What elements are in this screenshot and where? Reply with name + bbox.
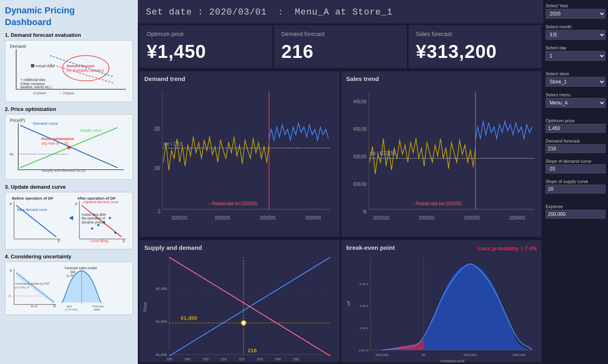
svg-text:¥200,000: ¥200,000 [464, 353, 477, 357]
svg-text:¥300,000: ¥300,000 [353, 126, 366, 132]
section-3-title: 3. Update demand curve [5, 184, 133, 190]
demand-forecast-input-group: Demand forecast [546, 138, 606, 155]
charts-row: Demand trend 0 100 200 2020/01/01 2020/0… [138, 70, 543, 238]
kpi-sales-forecast-value: ¥313,200 [416, 40, 534, 62]
select-year-dropdown[interactable]: 2020 [546, 9, 606, 19]
bottom-row: Supply and demand ¥1,000 ¥1,500 ¥2,000 1… [138, 238, 543, 364]
svg-text:0: 0 [158, 208, 160, 215]
price-optimization-diagram: Price(P) Demand curve Supply curve Price… [8, 117, 130, 176]
kpi-sales-forecast-label: Sales forecast [416, 31, 534, 37]
svg-text:230: 230 [257, 357, 263, 361]
select-menu-group: Select menu Menu_A [546, 92, 606, 109]
svg-text:¥1,450: ¥1,450 [181, 315, 197, 321]
demand-trend-card: Demand trend 0 100 200 2020/01/01 2020/0… [139, 71, 340, 237]
svg-text:→ Future: → Future [58, 91, 74, 95]
demand-trend-title: Demand trend [144, 75, 335, 82]
svg-text:D: D [58, 239, 60, 243]
svg-point-122 [241, 321, 246, 325]
svg-text:Base demand curve: Base demand curve [17, 208, 47, 212]
svg-text:¥0: ¥0 [422, 353, 426, 357]
slope-demand-label: Slope of demand curve [546, 159, 606, 164]
dashboard-title: Dynamic Pricing Dashboard [5, 5, 133, 28]
supply-demand-title: Supply and demand [144, 244, 335, 251]
select-month-dropdown[interactable]: 3月 [546, 30, 606, 40]
sales-trend-title: Sales trend [346, 75, 537, 82]
svg-point-43 [91, 228, 93, 230]
section-3-diagram: Before operation of DP P D Base demand c… [5, 192, 133, 249]
optimum-price-input[interactable] [546, 124, 606, 133]
svg-text:4.0e-3: 4.0e-3 [360, 304, 368, 308]
svg-text:240: 240 [275, 357, 281, 361]
svg-text:2020/01/01: 2020/01/01 [171, 215, 187, 221]
svg-text:Price optimization: Price optimization [41, 137, 74, 141]
svg-text:200: 200 [154, 126, 160, 132]
kpi-demand-forecast: Demand forecast 216 [274, 25, 407, 68]
select-month-label: Select month [546, 24, 606, 29]
kpi-optimum-price-label: Optimum price [147, 31, 265, 37]
svg-text:Demand forecast: Demand forecast [67, 64, 94, 68]
optimum-price-input-label: Optimum price [546, 118, 606, 123]
svg-text:Current: Current [33, 91, 46, 95]
slope-demand-group: Slope of demand curve [546, 159, 606, 175]
svg-text:pdf: pdf [347, 300, 351, 306]
svg-text:190: 190 [184, 357, 191, 361]
svg-text:¥0: ¥0 [363, 208, 366, 214]
section-1-title: 1. Demand forecast evaluation [5, 32, 133, 38]
select-year-group: Select Year 2020 [546, 3, 606, 20]
breakeven-chart: 0.0e+0 2.0e-3 4.0e-3 6.0e-3 -¥200,000 ¥0… [346, 253, 537, 362]
svg-text:Price: Price [143, 302, 148, 311]
select-store-dropdown[interactable]: Store_1 [546, 77, 606, 87]
select-menu-dropdown[interactable]: Menu_A [546, 98, 606, 108]
svg-text:Supply and demand (S,D): Supply and demand (S,D) [41, 168, 85, 172]
svg-text:¥400,000: ¥400,000 [512, 353, 525, 357]
svg-text:Forecast sales model: Forecast sales model [65, 266, 97, 270]
svg-text:250: 250 [293, 357, 299, 361]
demand-forecast-input-label: Demand forecast [546, 138, 606, 143]
svg-text:D: D [53, 304, 56, 309]
svg-text:2.0e-3: 2.0e-3 [360, 326, 368, 330]
svg-text:210: 210 [221, 357, 227, 361]
svg-text:(= P₀×D₀): (= P₀×D₀) [65, 308, 78, 311]
sales-trend-card: Sales trend ¥0 ¥100,000 ¥200,000 ¥300,00… [341, 71, 542, 237]
supply-demand-chart: ¥1,000 ¥1,500 ¥2,000 180 190 200 210 220… [144, 253, 335, 362]
svg-text:Price(P): Price(P) [10, 118, 25, 123]
demand-trend-chart: 0 100 200 2020/01/01 2020/02/01 2020/03/… [144, 84, 335, 233]
kpi-optimum-price-value: ¥1,450 [147, 40, 265, 62]
svg-text:220: 220 [239, 357, 245, 361]
svg-point-47 [114, 232, 116, 234]
header-text: Set date : 2020/03/01 ： Menu_A at Store_… [146, 7, 393, 17]
section-4-title: 4. Considering uncertainty [5, 253, 133, 260]
supply-demand-card: Supply and demand ¥1,000 ¥1,500 ¥2,000 1… [139, 240, 340, 362]
loss-probability-label: Loss probability = 7.4% [478, 245, 537, 251]
select-day-dropdown[interactable]: 1 [546, 51, 606, 61]
slope-supply-input[interactable] [546, 185, 606, 194]
slope-supply-group: Slope of supply curve [546, 179, 606, 195]
svg-text:dynamic pricing: dynamic pricing [81, 220, 105, 224]
expense-group: Expense [546, 204, 606, 220]
section-2-title: 2. Price optimization [5, 106, 133, 112]
expense-input[interactable] [546, 210, 606, 219]
svg-text:P: P [10, 202, 12, 206]
svg-text:-¥200,000: -¥200,000 [375, 353, 388, 357]
select-day-label: Select day [546, 45, 606, 50]
svg-point-44 [97, 224, 99, 226]
breakeven-card: break-even point Loss probability = 7.4%… [341, 240, 542, 362]
svg-text:¥200,000: ¥200,000 [353, 153, 366, 160]
svg-text:Demand curve: Demand curve [33, 121, 58, 125]
update-demand-diagram: Before operation of DP P D Base demand c… [8, 195, 130, 245]
svg-text:sales: sales [93, 308, 100, 311]
slope-demand-input[interactable] [546, 164, 606, 173]
svg-text:Predicted profit: Predicted profit [441, 359, 465, 362]
select-day-group: Select day 1 [546, 45, 606, 62]
svg-text:D₀   D: D₀ D [31, 305, 37, 309]
svg-text:200: 200 [203, 357, 209, 361]
svg-text:¥400,000: ¥400,000 [353, 98, 366, 104]
demand-forecast-input[interactable] [546, 144, 606, 153]
svg-text:Uncertainty model by PDF: Uncertainty model by PDF [15, 282, 50, 285]
section-2-diagram: Price(P) Demand curve Supply curve Price… [5, 114, 133, 180]
svg-text:arg max (P × D): arg max (P × D) [41, 141, 68, 145]
uncertainty-diagram: P D Uncertainty model by PDF μ (= D₀), σ… [8, 264, 130, 311]
svg-text:216: 216 [248, 347, 257, 353]
svg-text:2020/04/01: 2020/04/01 [305, 215, 321, 221]
select-menu-label: Select menu [546, 92, 606, 97]
